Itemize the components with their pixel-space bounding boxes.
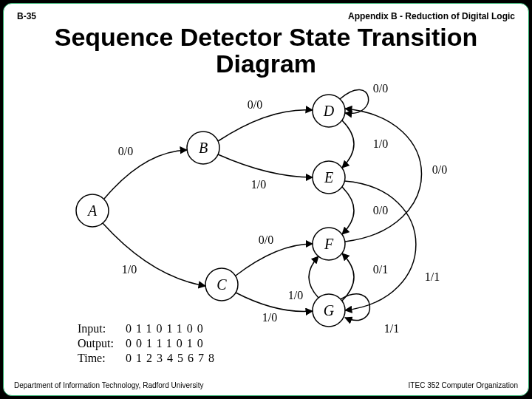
edge-G-G: 1/1 [384, 322, 399, 335]
page-title: Sequence Detector State Transition Diagr… [4, 24, 528, 77]
page-number: B-35 [17, 11, 36, 21]
edge-C-F: 0/0 [259, 233, 273, 246]
edge-C-G: 1/0 [262, 311, 277, 324]
edge-A-B: 0/0 [118, 145, 133, 157]
svg-text:C: C [216, 276, 227, 293]
svg-text:F: F [324, 236, 334, 252]
io-values-time: 012345678 [126, 352, 219, 364]
state-node-B: B [187, 132, 219, 164]
edge-B-E: 1/0 [251, 178, 266, 191]
state-node-F: F [313, 228, 345, 260]
slide-frame: B-35 Appendix B - Reduction of Digital L… [3, 3, 529, 396]
edge-D-D: 0/0 [373, 82, 388, 95]
svg-text:B: B [199, 140, 208, 156]
io-label-output: Output: [78, 337, 114, 350]
svg-text:A: A [86, 202, 98, 219]
state-transition-diagram: A B C D E F G 0/0 1/0 [4, 78, 532, 373]
edge-A-C: 1/0 [122, 263, 137, 276]
state-node-G: G [313, 294, 345, 327]
edge-F-D: 0/0 [432, 163, 447, 176]
io-label-input: Input: [78, 322, 106, 335]
state-node-A: A [76, 194, 109, 227]
title-line-1: Sequence Detector State Transition [55, 23, 478, 51]
io-values-input: 01101100 [126, 322, 208, 335]
state-node-C: C [205, 268, 238, 301]
state-node-E: E [313, 161, 345, 194]
io-values-output: 00111010 [126, 337, 208, 349]
edge-D-E: 1/0 [373, 137, 388, 150]
edge-E-F: 0/0 [373, 204, 388, 216]
svg-text:E: E [324, 169, 333, 185]
edge-G-F: 1/0 [288, 289, 303, 301]
io-label-time: Time: [78, 352, 106, 364]
edge-B-D: 0/0 [248, 98, 262, 111]
chapter-label: Appendix B - Reduction of Digital Logic [348, 11, 515, 21]
title-line-2: Diagram [216, 50, 316, 78]
footer-department: Department of Information Technology, Ra… [14, 381, 203, 389]
edge-E-G: 1/1 [425, 270, 440, 283]
edge-F-E: 0/1 [373, 263, 388, 276]
footer-course: ITEC 352 Computer Organization [409, 381, 518, 389]
svg-text:D: D [323, 103, 335, 119]
state-node-D: D [313, 95, 345, 127]
svg-text:G: G [324, 302, 335, 318]
